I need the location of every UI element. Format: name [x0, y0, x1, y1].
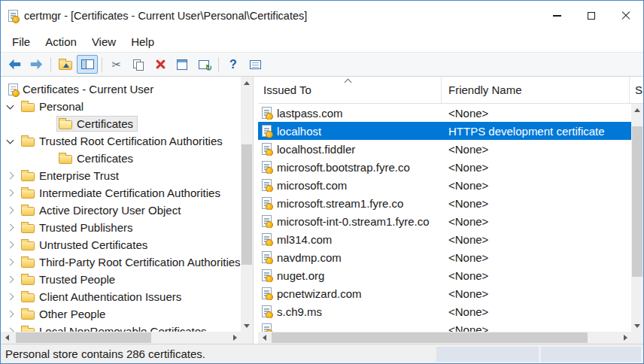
tree-item-personal[interactable]: Personal [1, 98, 241, 115]
certificate-row[interactable]: nuget.org <None> [258, 266, 631, 284]
certificate-row-partial[interactable]: <None> [258, 320, 631, 332]
chevron-right-icon[interactable] [4, 236, 16, 253]
help-icon: ? [229, 59, 237, 71]
tree-item-trusted-root[interactable]: Trusted Root Certification Authorities [1, 132, 241, 150]
toolbar-separator [50, 57, 51, 72]
certificate-icon [262, 197, 272, 209]
scrollbar-thumb[interactable] [272, 332, 588, 343]
back-button[interactable] [4, 55, 25, 74]
scroll-down-arrow[interactable] [241, 320, 253, 332]
certificate-row[interactable]: pcnetwizard.com <None> [258, 284, 631, 302]
certificate-row[interactable]: microsoft-int-0.stream1.fyre.co <None> [258, 212, 631, 230]
chevron-right-icon[interactable] [4, 288, 16, 305]
tree-item-personal-certificates[interactable]: Certificates [1, 115, 241, 132]
properties-button[interactable] [172, 55, 193, 74]
scroll-right-arrow[interactable] [229, 332, 241, 344]
scroll-right-arrow[interactable] [619, 332, 631, 344]
chevron-right-icon[interactable] [4, 219, 16, 236]
certificate-icon [262, 125, 272, 137]
scrollbar-thumb[interactable] [16, 332, 151, 343]
tree-item-label: Trusted Publishers [39, 221, 133, 234]
certificate-row[interactable]: microsoft.bootstrap.fyre.co <None> [258, 158, 631, 176]
column-header-issued-to[interactable]: Issued To [258, 77, 442, 103]
issued-to-cell: pcnetwizard.com [277, 287, 362, 300]
scrollbar-thumb[interactable] [632, 126, 642, 277]
tree-root-item[interactable]: Certificates - Current User [1, 80, 241, 98]
chevron-right-icon[interactable] [4, 271, 16, 288]
chevron-down-icon[interactable] [4, 132, 16, 150]
scroll-down-arrow[interactable] [631, 320, 643, 332]
column-header-friendly-name[interactable]: Friendly Name [442, 77, 630, 103]
tree-item-intermediate-ca[interactable]: Intermediate Certification Authorities [1, 184, 241, 202]
scroll-left-arrow[interactable] [258, 332, 270, 344]
certificate-row[interactable]: ml314.com <None> [258, 230, 631, 248]
menu-file[interactable]: File [5, 33, 38, 50]
chevron-down-icon[interactable] [4, 98, 16, 115]
export-list-icon [250, 60, 261, 69]
tree-item-trusted-publishers[interactable]: Trusted Publishers [1, 219, 241, 236]
chevron-right-icon[interactable] [4, 323, 16, 332]
tree-item-active-directory-user-object[interactable]: Active Directory User Object [1, 202, 241, 219]
scroll-up-arrow[interactable] [631, 104, 643, 116]
chevron-spacer [41, 150, 53, 167]
export-list-button[interactable] [245, 55, 266, 74]
menu-view[interactable]: View [84, 33, 123, 50]
maximize-button[interactable] [574, 1, 609, 31]
minimize-icon [553, 15, 561, 16]
forward-button[interactable] [26, 55, 47, 74]
delete-button[interactable] [150, 55, 171, 74]
chevron-right-icon[interactable] [4, 253, 16, 271]
issued-to-cell: ml314.com [277, 233, 332, 246]
tree-item-label: Intermediate Certification Authorities [39, 187, 220, 199]
up-one-level-icon [59, 61, 72, 70]
folder-icon [21, 190, 35, 199]
close-button[interactable] [609, 1, 643, 31]
show-hide-console-tree-button[interactable] [77, 55, 98, 74]
issued-to-cell: microsoft.com [277, 179, 347, 192]
certificate-row[interactable]: microsoft.com <None> [258, 176, 631, 194]
certificate-row[interactable]: navdmp.com <None> [258, 248, 631, 266]
tree-item-label: Other People [39, 308, 105, 320]
chevron-spacer [41, 115, 53, 132]
menubar: File Action View Help [1, 31, 643, 52]
tree-item-label: Active Directory User Object [39, 204, 181, 217]
tree-item-local-nonremovable-certificates[interactable]: Local NonRemovable Certificates [1, 323, 241, 332]
tree-item-trusted-root-certificates[interactable]: Certificates [1, 150, 241, 167]
up-one-level-button[interactable] [55, 55, 76, 74]
status-panel [541, 347, 641, 362]
minimize-button[interactable] [539, 1, 574, 31]
tree-item-enterprise-trust[interactable]: Enterprise Trust [1, 167, 241, 184]
scrollbar-thumb[interactable] [242, 144, 252, 265]
menu-help[interactable]: Help [123, 33, 162, 50]
status-panel [436, 347, 539, 362]
column-header-status[interactable]: S [630, 77, 643, 103]
tree-item-third-party-root[interactable]: Third-Party Root Certification Authoriti… [1, 253, 241, 271]
chevron-right-icon[interactable] [4, 202, 16, 219]
certificate-row[interactable]: lastpass.com <None> [258, 104, 631, 122]
tree-item-trusted-people[interactable]: Trusted People [1, 271, 241, 288]
tree-item-other-people[interactable]: Other People [1, 305, 241, 323]
certificate-row[interactable]: s.ch9.ms <None> [258, 302, 631, 320]
tree-item-untrusted-certificates[interactable]: Untrusted Certificates [1, 236, 241, 253]
help-button[interactable]: ? [223, 55, 244, 74]
refresh-button[interactable] [193, 55, 214, 74]
scroll-left-arrow[interactable] [1, 332, 13, 344]
certificate-row-selected[interactable]: localhost HTTPS development certificate [258, 122, 631, 140]
tree-horizontal-scrollbar[interactable] [1, 332, 241, 344]
chevron-right-icon[interactable] [4, 184, 16, 202]
chevron-right-icon[interactable] [4, 167, 16, 184]
menu-action[interactable]: Action [38, 33, 84, 50]
chevron-right-icon[interactable] [4, 305, 16, 323]
status-text: Personal store contains 286 certificates… [5, 347, 205, 360]
tree-vertical-scrollbar[interactable] [241, 77, 253, 332]
certificate-row[interactable]: microsoft.stream1.fyre.co <None> [258, 194, 631, 212]
copy-button[interactable] [128, 55, 149, 74]
list-vertical-scrollbar[interactable] [631, 104, 643, 332]
tree-item-client-authentication-issuers[interactable]: Client Authentication Issuers [1, 288, 241, 305]
toolbar-separator [102, 57, 102, 72]
list-horizontal-scrollbar[interactable] [258, 332, 631, 344]
statusbar: Personal store contains 286 certificates… [1, 344, 643, 363]
cut-button[interactable]: ✂ [106, 55, 127, 74]
certificate-row[interactable]: localhost.fiddler <None> [258, 140, 631, 158]
scroll-up-arrow[interactable] [241, 77, 253, 89]
